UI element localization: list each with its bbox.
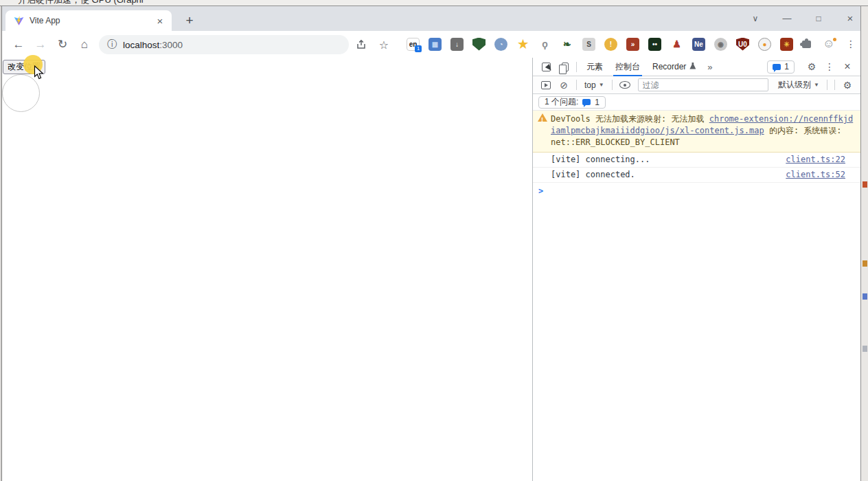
notebook-ne-extension-icon[interactable]: Ne (692, 38, 705, 51)
tab-close-icon[interactable]: × (154, 15, 166, 27)
log-level-label: 默认级别 (778, 79, 811, 91)
live-expression-eye-icon[interactable] (616, 78, 634, 93)
figure-extension-icon[interactable]: ♟ (670, 38, 683, 51)
divider (827, 80, 827, 90)
key-extension-icon[interactable]: ! (604, 38, 617, 51)
devtools-panel: 元素 控制台 Recorder » 1 ⚙ ⋮ × ⊘ top ▼ 默认级别 ▼… (532, 58, 860, 481)
chevron-down-icon: ▼ (599, 82, 604, 88)
device-glyph (562, 63, 569, 71)
devtools-menu-kebab-icon[interactable]: ⋮ (821, 59, 838, 74)
favorites-star-extension-icon[interactable]: ★ (516, 38, 529, 51)
vite-logo-icon (14, 16, 24, 26)
new-tab-button[interactable]: + (181, 12, 198, 29)
download-manager-extension-icon[interactable]: ↓ (450, 38, 464, 51)
lightbulb-extension-icon[interactable]: ϙ (538, 38, 551, 51)
context-label: top (584, 80, 596, 90)
recorder-label: Recorder (652, 62, 686, 71)
extension-badge: 1 (415, 45, 422, 52)
site-info-icon[interactable]: ⓘ (107, 38, 117, 51)
clear-console-icon[interactable]: ⊘ (555, 78, 573, 93)
browser-tab-vite-app[interactable]: Vite App × (5, 10, 172, 31)
reload-button[interactable]: ↻ (54, 36, 71, 54)
execution-context-dropdown[interactable]: top ▼ (580, 80, 608, 90)
background-window-fragment (863, 181, 867, 188)
issues-label: 1 个问题: (545, 96, 578, 108)
window-close-button[interactable]: × (840, 10, 860, 27)
chevron-down-icon: ▼ (814, 82, 819, 88)
inspect-element-icon[interactable] (537, 59, 555, 74)
share-icon[interactable] (354, 37, 369, 52)
window-maximize-button[interactable]: □ (808, 10, 829, 27)
console-prompt[interactable]: > (533, 183, 860, 199)
translate-extension-icon[interactable]: en1 (407, 38, 420, 51)
forward-button[interactable]: → (32, 36, 49, 54)
back-button[interactable]: ← (10, 36, 27, 54)
devtools-tab-console[interactable]: 控制台 (609, 58, 646, 76)
log-text: [vite] connecting... (551, 155, 650, 164)
inspect-glyph (542, 63, 551, 71)
issues-count: 1 (595, 98, 599, 107)
devtools-settings-icon[interactable]: ⚙ (803, 59, 821, 74)
address-bar[interactable]: ⓘ localhost:3000 (99, 35, 349, 54)
tampermonkey-shield-extension-icon[interactable] (472, 38, 486, 51)
fastforward-extension-icon[interactable]: » (626, 38, 639, 51)
session-extension-icon[interactable]: S (582, 38, 595, 51)
background-window-fragment (863, 346, 867, 352)
background-window-fragment (863, 260, 867, 267)
extensions-puzzle-icon[interactable] (799, 36, 814, 52)
console-messages: DevTools 无法加载来源映射: 无法加载 chrome-extension… (533, 111, 860, 199)
console-toolbar: ⊘ top ▼ 默认级别 ▼ ⚙ (533, 76, 860, 94)
share-icon-glyph (356, 39, 367, 50)
divider (612, 80, 613, 90)
issues-counter-button[interactable]: 1 个问题: 1 (538, 96, 606, 109)
extensions-strip: en1▦↓◔★ϙ❧S!»••♟Ne◉U0●✳ (407, 36, 793, 52)
background-window-fragment (863, 293, 867, 300)
devtools-tab-recorder[interactable]: Recorder (646, 58, 702, 76)
mouse-cursor-icon (34, 65, 44, 80)
background-window-text-fragment: 开启硬件加速，使 GPU (Graphi (18, 0, 144, 6)
console-settings-icon[interactable]: ⚙ (838, 78, 856, 93)
source-link[interactable]: client.ts:22 (786, 155, 845, 165)
browser-menu-kebab-icon[interactable]: ⋮ (844, 36, 858, 52)
devtools-tab-elements[interactable]: 元素 (580, 58, 609, 76)
home-button[interactable]: ⌂ (76, 36, 93, 54)
issues-bar: 1 个问题: 1 (533, 94, 860, 111)
ublock-origin-extension-icon[interactable]: U0 (736, 38, 749, 51)
issues-bubble-icon (582, 99, 591, 105)
tab-title: Vite App (30, 16, 154, 25)
issues-bubble-icon (773, 64, 781, 70)
url-port: :3000 (159, 40, 183, 50)
proxy-circle-extension-icon[interactable]: ◔ (494, 38, 507, 51)
more-tabs-icon[interactable]: » (702, 62, 718, 72)
log-level-dropdown[interactable]: 默认级别 ▼ (774, 79, 823, 91)
browser-toolbar: ← → ↻ ⌂ ⓘ localhost:3000 ☆ en1▦↓◔★ϙ❧S!»•… (2, 31, 860, 58)
browser-tab-strip: Vite App × + ∨ — □ × (2, 6, 860, 31)
bee-extension-icon[interactable]: ✳ (780, 38, 793, 51)
console-filter-input[interactable] (638, 78, 768, 91)
background-window-top-strip: 开启硬件加速，使 GPU (Graphi (0, 0, 868, 6)
console-sidebar-toggle-icon[interactable] (537, 78, 555, 93)
experiment-flask-icon (689, 63, 696, 69)
prompt-chevron-icon: > (538, 186, 543, 196)
device-toolbar-icon[interactable] (555, 59, 573, 74)
issues-badge-count: 1 (784, 62, 789, 71)
window-minimize-button[interactable]: — (777, 10, 797, 27)
pill-dot-extension-icon[interactable]: ● (758, 38, 771, 51)
divider (576, 80, 577, 90)
puzzle-glyph (802, 41, 811, 48)
bookmark-star-icon[interactable]: ☆ (376, 37, 391, 52)
console-log-row: [vite] connected. client.ts:52 (533, 168, 860, 183)
film-reel-extension-icon[interactable]: ◉ (714, 38, 727, 51)
devtools-close-icon[interactable]: × (838, 59, 856, 74)
source-link[interactable]: client.ts:52 (786, 170, 845, 180)
background-window-right-strip (860, 6, 868, 481)
issues-badge[interactable]: 1 (767, 60, 795, 74)
console-log-row: [vite] connecting... client.ts:22 (533, 153, 860, 168)
gnome-foot-extension-icon[interactable]: ❧ (560, 38, 573, 51)
wallpaper-extension-icon[interactable]: ▦ (429, 38, 442, 51)
binoculars-extension-icon[interactable]: •• (648, 38, 661, 51)
window-chevron-button[interactable]: ∨ (745, 10, 766, 27)
eye-glyph (619, 81, 630, 89)
divider (576, 62, 577, 72)
profile-avatar-icon[interactable]: ☺ (821, 36, 837, 52)
